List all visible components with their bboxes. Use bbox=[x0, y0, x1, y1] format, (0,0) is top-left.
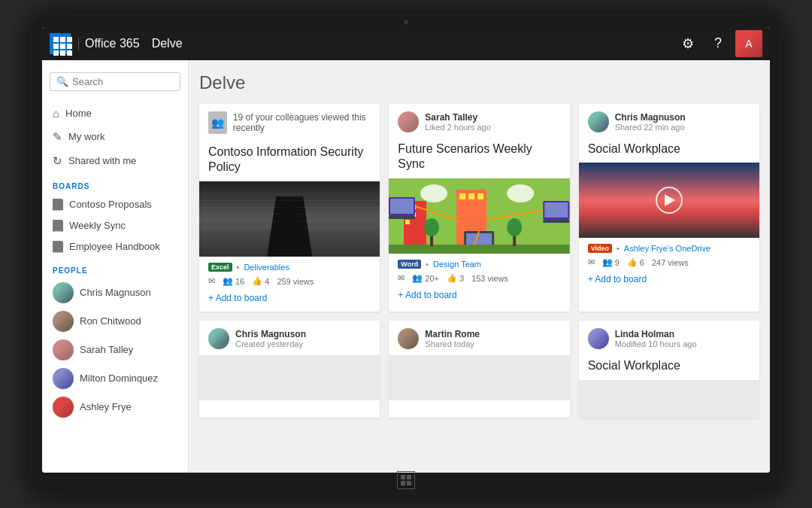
likes-stat: 👍 6 bbox=[627, 257, 644, 267]
card1-add-board[interactable]: + Add to board bbox=[208, 291, 371, 306]
person-avatar-4 bbox=[53, 397, 74, 418]
card5-avatar bbox=[398, 328, 419, 349]
svg-point-24 bbox=[420, 184, 447, 202]
board-contoso-label: Contoso Proposals bbox=[69, 199, 152, 210]
office365-label: Office 365 bbox=[78, 37, 146, 50]
card2-stats: ✉ 👥 20+ 👍 3 153 views bbox=[398, 273, 560, 283]
card2-avatar bbox=[398, 111, 419, 132]
card-1: 👥 19 of your colleagues viewed this rece… bbox=[199, 104, 380, 312]
svg-rect-17 bbox=[545, 202, 568, 217]
person-name-4: Ashley Frye bbox=[80, 401, 132, 412]
svg-rect-14 bbox=[390, 199, 414, 214]
card2-add-board[interactable]: + Add to board bbox=[398, 287, 560, 303]
cards-grid: 👥 19 of your colleagues viewed this rece… bbox=[199, 104, 759, 418]
settings-button[interactable]: ⚙ bbox=[675, 31, 701, 56]
card3-add-board[interactable]: + Add to board bbox=[588, 272, 750, 287]
user-avatar-top[interactable]: A bbox=[735, 30, 762, 57]
card1-colleagues-text: 19 of your colleagues viewed this recent… bbox=[233, 112, 371, 133]
card3-title: Social Workplace bbox=[579, 138, 759, 163]
card2-time: Liked 2 hours ago bbox=[425, 123, 490, 132]
card-2: Sarah Talley Liked 2 hours ago Future Sc… bbox=[389, 104, 569, 312]
top-bar-right: ⚙ ? A bbox=[675, 30, 762, 57]
card1-tag[interactable]: Deliverables bbox=[244, 263, 289, 272]
likes-stat: 👍 3 bbox=[447, 273, 464, 283]
card2-footer: Word • Design Team ✉ 👥 20+ 👍 3 153 views… bbox=[389, 254, 569, 309]
boards-section-label: BOARDS bbox=[42, 173, 188, 194]
card1-image bbox=[199, 181, 380, 257]
nav-mywork[interactable]: ✎ My work bbox=[42, 125, 188, 149]
people-item-2[interactable]: Sarah Talley bbox=[42, 336, 188, 364]
card3-filetype: Video bbox=[588, 244, 612, 253]
card4-author: Chris Magnuson bbox=[235, 329, 306, 339]
card4-avatar bbox=[208, 328, 229, 349]
card3-tags: Video • Ashley Frye's OneDrive bbox=[588, 244, 750, 253]
camera bbox=[404, 20, 408, 24]
views-stat: 153 views bbox=[471, 274, 508, 283]
person-name-3: Milton Dominquez bbox=[80, 373, 158, 384]
card1-stats: ✉ 👥 16 👍 4 259 views bbox=[208, 276, 371, 286]
svg-rect-18 bbox=[544, 220, 570, 223]
svg-rect-12 bbox=[477, 193, 483, 199]
people-item-1[interactable]: Ron Chitwood bbox=[42, 307, 188, 336]
card-3: Chris Magnuson Shared 22 min ago Social … bbox=[579, 104, 759, 312]
card1-title: Contoso Information Security Policy bbox=[199, 141, 380, 182]
app-grid-button[interactable] bbox=[50, 33, 71, 54]
svg-point-30 bbox=[508, 218, 523, 236]
card5-time: Shared today bbox=[425, 339, 480, 348]
board-weekly-label: Weekly Sync bbox=[69, 220, 126, 231]
board-item-weekly[interactable]: Weekly Sync bbox=[42, 215, 188, 236]
main-content: 🔍 ⌂ Home ✎ My work ↻ Shared with me BOAR… bbox=[42, 60, 770, 473]
people-item-4[interactable]: Ashley Frye bbox=[42, 393, 188, 421]
svg-rect-26 bbox=[389, 245, 569, 254]
board-employee-label: Employee Handbook bbox=[69, 241, 160, 252]
person-avatar-0 bbox=[53, 282, 74, 303]
card6-author: Linda Holman bbox=[615, 329, 697, 339]
svg-rect-10 bbox=[459, 193, 465, 199]
card1-filetype: Excel bbox=[208, 263, 232, 272]
nav-home[interactable]: ⌂ Home bbox=[42, 102, 188, 125]
help-button[interactable]: ? bbox=[705, 31, 731, 56]
search-input[interactable] bbox=[72, 76, 174, 87]
views-stat: 259 views bbox=[277, 277, 314, 286]
mail-icon: ✉ bbox=[398, 273, 404, 283]
search-box[interactable]: 🔍 bbox=[50, 72, 180, 91]
board-item-contoso[interactable]: Contoso Proposals bbox=[42, 194, 188, 215]
people-stat: 👥 16 bbox=[223, 276, 244, 286]
people-item-0[interactable]: Chris Magnuson bbox=[42, 278, 188, 307]
svg-point-28 bbox=[424, 218, 439, 236]
card6-avatar bbox=[588, 328, 609, 349]
card2-header: Sarah Talley Liked 2 hours ago bbox=[389, 104, 569, 138]
home-icon: ⌂ bbox=[53, 107, 59, 120]
views-stat: 247 views bbox=[652, 258, 689, 267]
mail-icon: ✉ bbox=[208, 276, 215, 286]
person-avatar-3 bbox=[53, 368, 74, 389]
likes-stat: 👍 4 bbox=[252, 276, 269, 286]
card6-image bbox=[579, 380, 759, 418]
board-item-employee[interactable]: Employee Handbook bbox=[42, 236, 188, 257]
card3-footer: Video • Ashley Frye's OneDrive ✉ 👥 9 👍 6… bbox=[579, 238, 759, 293]
card3-stats: ✉ 👥 9 👍 6 247 views bbox=[588, 257, 750, 267]
nav-home-label: Home bbox=[65, 108, 92, 119]
card2-filetype: Word bbox=[398, 260, 421, 269]
svg-rect-1 bbox=[274, 227, 304, 257]
search-icon: 🔍 bbox=[56, 76, 68, 87]
card2-tag[interactable]: Design Team bbox=[433, 260, 481, 269]
person-avatar-2 bbox=[53, 339, 74, 360]
nav-shared[interactable]: ↻ Shared with me bbox=[42, 149, 188, 173]
card2-tags: Word • Design Team bbox=[398, 260, 560, 269]
card-6: Linda Holman Modified 10 hours ago Socia… bbox=[579, 321, 759, 418]
card5-header: Martin Rome Shared today bbox=[389, 321, 569, 355]
card3-avatar bbox=[588, 111, 609, 132]
card3-tag[interactable]: Ashley Frye's OneDrive bbox=[624, 244, 710, 253]
people-stat: 👥 20+ bbox=[412, 273, 439, 283]
card1-tags: Excel • Deliverables bbox=[208, 263, 371, 272]
people-item-3[interactable]: Milton Dominquez bbox=[42, 364, 188, 393]
people-stat: 👥 9 bbox=[602, 257, 620, 267]
card6-header: Linda Holman Modified 10 hours ago bbox=[579, 321, 759, 355]
person-name-0: Chris Magnuson bbox=[80, 287, 151, 298]
play-triangle-icon bbox=[665, 194, 675, 206]
person-name-2: Sarah Talley bbox=[80, 344, 133, 355]
content-area: Delve 👥 19 of your colleagues viewed thi… bbox=[189, 60, 770, 473]
home-button[interactable] bbox=[397, 471, 415, 489]
play-button[interactable] bbox=[656, 187, 683, 214]
